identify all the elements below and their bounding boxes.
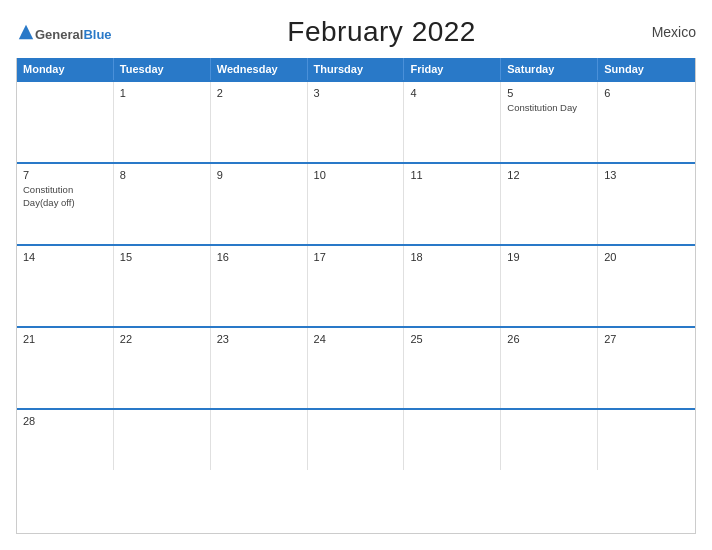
cell-w3-mon: 14 (17, 246, 114, 326)
calendar-header: Monday Tuesday Wednesday Thursday Friday… (17, 58, 695, 80)
cell-w1-sat: 5Constitution Day (501, 82, 598, 162)
cell-w5-fri (404, 410, 501, 470)
week-3: 14 15 16 17 18 19 20 (17, 244, 695, 326)
country-label: Mexico (652, 24, 696, 40)
cell-w2-tue: 8 (114, 164, 211, 244)
cell-w5-sun (598, 410, 695, 470)
cell-w2-sun: 13 (598, 164, 695, 244)
svg-marker-0 (19, 24, 33, 38)
cell-w4-sat: 26 (501, 328, 598, 408)
cell-w3-tue: 15 (114, 246, 211, 326)
cell-w1-thu: 3 (308, 82, 405, 162)
cell-w2-thu: 10 (308, 164, 405, 244)
cell-w4-thu: 24 (308, 328, 405, 408)
cell-w5-mon: 28 (17, 410, 114, 470)
calendar-body: 1 2 3 4 5Constitution Day 6 7Constitutio… (17, 80, 695, 470)
cell-w5-tue (114, 410, 211, 470)
cell-w2-fri: 11 (404, 164, 501, 244)
header-friday: Friday (404, 58, 501, 80)
header-thursday: Thursday (308, 58, 405, 80)
header-monday: Monday (17, 58, 114, 80)
cell-w4-tue: 22 (114, 328, 211, 408)
calendar-title: February 2022 (287, 16, 476, 48)
cell-w2-wed: 9 (211, 164, 308, 244)
logo-blue-text: Blue (83, 27, 111, 42)
cell-w4-mon: 21 (17, 328, 114, 408)
cell-w1-wed: 2 (211, 82, 308, 162)
cell-w1-sun: 6 (598, 82, 695, 162)
cell-w5-thu (308, 410, 405, 470)
cell-w3-thu: 17 (308, 246, 405, 326)
cell-w2-mon: 7Constitution Day(day off) (17, 164, 114, 244)
logo-icon (17, 23, 35, 41)
calendar: Monday Tuesday Wednesday Thursday Friday… (16, 58, 696, 534)
cell-w5-sat (501, 410, 598, 470)
header-sunday: Sunday (598, 58, 695, 80)
week-2: 7Constitution Day(day off) 8 9 10 11 12 … (17, 162, 695, 244)
week-5: 28 (17, 408, 695, 470)
cell-w4-fri: 25 (404, 328, 501, 408)
cell-w5-wed (211, 410, 308, 470)
logo-text: GeneralBlue (35, 26, 112, 42)
page: GeneralBlue February 2022 Mexico Monday … (0, 0, 712, 550)
cell-w3-fri: 18 (404, 246, 501, 326)
header-wednesday: Wednesday (211, 58, 308, 80)
cell-w4-sun: 27 (598, 328, 695, 408)
cell-w2-sat: 12 (501, 164, 598, 244)
cell-w1-fri: 4 (404, 82, 501, 162)
logo-general-text: General (35, 27, 83, 42)
cell-w1-mon (17, 82, 114, 162)
cell-w1-tue: 1 (114, 82, 211, 162)
cell-w4-wed: 23 (211, 328, 308, 408)
week-1: 1 2 3 4 5Constitution Day 6 (17, 80, 695, 162)
cell-w3-sun: 20 (598, 246, 695, 326)
cell-w3-sat: 19 (501, 246, 598, 326)
header: GeneralBlue February 2022 Mexico (16, 16, 696, 48)
week-4: 21 22 23 24 25 26 27 (17, 326, 695, 408)
header-saturday: Saturday (501, 58, 598, 80)
cell-w3-wed: 16 (211, 246, 308, 326)
header-tuesday: Tuesday (114, 58, 211, 80)
logo: GeneralBlue (16, 23, 112, 42)
